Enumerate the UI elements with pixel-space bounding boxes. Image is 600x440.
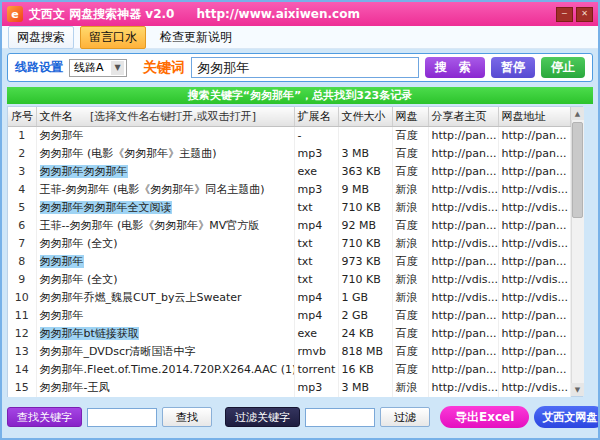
table-row[interactable]: 15匆匆那年-王凤mp33 MB新浪http://vdis...http://v… [8, 379, 570, 397]
cell-addr[interactable]: http://pan... [498, 127, 570, 145]
cell-addr[interactable]: http://pan... [498, 307, 570, 325]
find-button[interactable]: 查找 [162, 407, 212, 427]
cell-size: 973 KB [338, 253, 392, 271]
table-row[interactable]: 12匆匆那年bt链接获取exe24 KB百度http://pan...http:… [8, 325, 570, 343]
table-row[interactable]: 1匆匆那年-百度http://pan...http://pan... [8, 127, 570, 145]
cell-addr[interactable]: http://pan... [498, 325, 570, 343]
cell-home[interactable]: http://pan... [428, 127, 498, 145]
cell-name[interactable]: 匆匆那年 [36, 127, 294, 145]
scrollbar-thumb[interactable] [572, 122, 583, 218]
close-icon: ✕ [581, 10, 588, 18]
cell-addr[interactable]: http://pan... [498, 253, 570, 271]
vertical-scrollbar[interactable]: ▲ ▼ [571, 107, 584, 396]
cell-addr[interactable]: http://vdis... [498, 199, 570, 217]
cell-addr[interactable]: http://pan... [498, 217, 570, 235]
keyword-input[interactable] [191, 57, 419, 78]
table-row[interactable]: 4王菲-匆匆那年 (电影《匆匆那年》同名主题曲)mp39 MB新浪http://… [8, 181, 570, 199]
cell-home[interactable]: http://pan... [428, 163, 498, 181]
cell-size: 24 KB [338, 325, 392, 343]
cell-name[interactable]: 匆匆那年.Fleet.of.Time.2014.720P.X264.AAC (1… [36, 361, 294, 379]
cell-home[interactable]: http://pan... [428, 307, 498, 325]
col-header-sharer-home[interactable]: 分享者主页 [428, 107, 498, 127]
search-button[interactable]: 搜 索 [425, 57, 485, 78]
cell-addr[interactable]: http://vdis... [498, 235, 570, 253]
aixiwen-netdisk-button[interactable]: 艾西文网盘 [534, 406, 600, 428]
export-excel-button[interactable]: 导出Excel [440, 406, 529, 428]
table-row[interactable]: 9匆匆那年 (全文)txt710 KB新浪http://vdis...http:… [8, 271, 570, 289]
highlighted-filename[interactable]: 匆匆那年匆匆那年 [40, 165, 128, 178]
cell-name[interactable]: 匆匆那年 [36, 307, 294, 325]
cell-addr[interactable]: http://pan... [498, 343, 570, 361]
col-header-index[interactable]: 序号 [8, 107, 36, 127]
line-select[interactable]: 线路A ▼ [69, 59, 127, 77]
find-keyword-button[interactable]: 查找关键字 [7, 407, 82, 427]
cell-name[interactable]: 匆匆那年_DVDscr清晰国语中字 [36, 343, 294, 361]
table-row[interactable]: 7匆匆那年 (全文)txt710 KB新浪http://vdis...http:… [8, 235, 570, 253]
cell-addr[interactable]: http://vdis... [498, 379, 570, 397]
cell-name[interactable]: 匆匆那年bt链接获取 [36, 325, 294, 343]
cell-home[interactable]: http://pan... [428, 145, 498, 163]
scroll-down-icon[interactable]: ▼ [571, 383, 584, 396]
cell-name[interactable]: 匆匆那年匆匆那年全文阅读 [36, 199, 294, 217]
cell-addr[interactable]: http://vdis... [498, 181, 570, 199]
cell-name[interactable]: 匆匆那年 (电影《匆匆那年》主题曲) [36, 145, 294, 163]
find-keyword-input[interactable] [87, 408, 157, 427]
filter-button[interactable]: 过滤 [380, 407, 430, 427]
col-header-extension[interactable]: 扩展名 [294, 107, 338, 127]
cell-name[interactable]: 匆匆那年 (全文) [36, 271, 294, 289]
cell-addr[interactable]: http://pan... [498, 145, 570, 163]
table-row[interactable]: 13匆匆那年_DVDscr清晰国语中字rmvb818 MB百度http://pa… [8, 343, 570, 361]
highlighted-filename[interactable]: 匆匆那年 [40, 255, 84, 268]
cell-addr[interactable]: http://pan... [498, 361, 570, 379]
pause-button[interactable]: 暂停 [491, 57, 535, 78]
table-row[interactable]: 11匆匆那年mp42 GB百度http://pan...http://pan..… [8, 307, 570, 325]
menu-check-update-notes[interactable]: 检查更新说明 [152, 27, 240, 48]
cell-addr[interactable]: http://vdis... [498, 289, 570, 307]
cell-home[interactable]: http://vdis... [428, 379, 498, 397]
cell-name[interactable]: 匆匆那年 (全文) [36, 235, 294, 253]
col-header-filename[interactable]: 文件名 [选择文件名右键打开,或双击打开] [36, 107, 294, 127]
scroll-up-icon[interactable]: ▲ [571, 107, 584, 120]
cell-home[interactable]: http://pan... [428, 343, 498, 361]
cell-home[interactable]: http://pan... [428, 217, 498, 235]
cell-home[interactable]: http://vdis... [428, 271, 498, 289]
cell-name[interactable]: 王菲-匆匆那年 (电影《匆匆那年》同名主题曲) [36, 181, 294, 199]
tab-netdisk-search[interactable]: 网盘搜索 [8, 26, 74, 49]
cell-no: 3 [8, 163, 36, 181]
cell-name[interactable]: 匆匆那年 [36, 253, 294, 271]
table-row[interactable]: 8匆匆那年txt973 KB百度http://pan...http://pan.… [8, 253, 570, 271]
cell-home[interactable]: http://pan... [428, 253, 498, 271]
cell-size: 2 GB [338, 307, 392, 325]
table-row[interactable]: 10匆匆那年乔燃_魏晨CUT_by云上Sweatermp41 GB新浪http:… [8, 289, 570, 307]
stop-button[interactable]: 停止 [541, 57, 585, 78]
filter-keyword-input[interactable] [305, 408, 375, 427]
cell-home[interactable]: http://vdis... [428, 199, 498, 217]
cell-size: 3 MB [338, 145, 392, 163]
col-header-filesize[interactable]: 文件大小 [338, 107, 392, 127]
table-row[interactable]: 6王菲--匆匆那年 (电影《匆匆那年》MV官方版mp492 MB百度http:/… [8, 217, 570, 235]
tab-message-board[interactable]: 留言口水 [80, 26, 146, 49]
cell-name[interactable]: 王菲--匆匆那年 (电影《匆匆那年》MV官方版 [36, 217, 294, 235]
cell-addr[interactable]: http://vdis... [498, 271, 570, 289]
filter-keyword-button[interactable]: 过滤关键字 [225, 407, 300, 427]
table-row[interactable]: 3匆匆那年匆匆那年exe363 KB百度http://pan...http://… [8, 163, 570, 181]
cell-ext: mp3 [294, 181, 338, 199]
cell-home[interactable]: http://pan... [428, 361, 498, 379]
cell-home[interactable]: http://vdis... [428, 289, 498, 307]
col-header-netdisk[interactable]: 网盘 [392, 107, 428, 127]
cell-name[interactable]: 匆匆那年匆匆那年 [36, 163, 294, 181]
cell-addr[interactable]: http://pan... [498, 163, 570, 181]
cell-home[interactable]: http://vdis... [428, 235, 498, 253]
highlighted-filename[interactable]: 匆匆那年bt链接获取 [40, 327, 139, 340]
cell-home[interactable]: http://pan... [428, 325, 498, 343]
col-header-netdisk-url[interactable]: 网盘地址 [498, 107, 570, 127]
cell-name[interactable]: 匆匆那年乔燃_魏晨CUT_by云上Sweater [36, 289, 294, 307]
highlighted-filename[interactable]: 匆匆那年匆匆那年全文阅读 [40, 201, 172, 214]
table-row[interactable]: 14匆匆那年.Fleet.of.Time.2014.720P.X264.AAC … [8, 361, 570, 379]
table-row[interactable]: 5匆匆那年匆匆那年全文阅读txt710 KB新浪http://vdis...ht… [8, 199, 570, 217]
table-row[interactable]: 2匆匆那年 (电影《匆匆那年》主题曲)mp33 MB百度http://pan..… [8, 145, 570, 163]
minimize-button[interactable]: ─ [556, 7, 573, 22]
cell-name[interactable]: 匆匆那年-王凤 [36, 379, 294, 397]
cell-home[interactable]: http://vdis... [428, 181, 498, 199]
close-button[interactable]: ✕ [576, 7, 593, 22]
